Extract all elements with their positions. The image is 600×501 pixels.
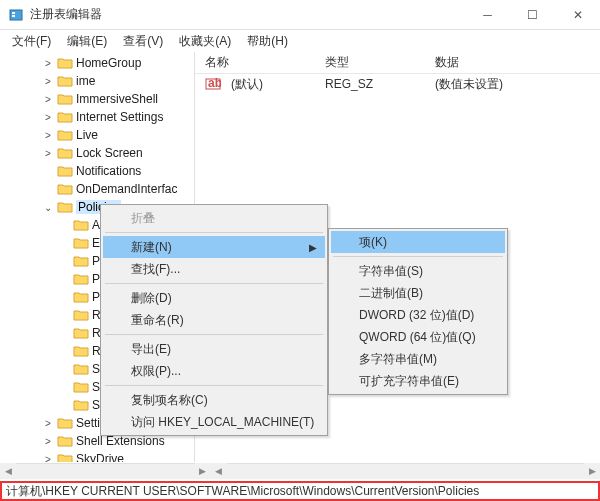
scroll-left-button[interactable]: ◀ — [211, 463, 227, 479]
new-qword[interactable]: QWORD (64 位)值(Q) — [331, 326, 505, 348]
col-data[interactable]: 数据 — [425, 54, 600, 71]
ctx-copy-key-name[interactable]: 复制项名称(C) — [103, 389, 325, 411]
menu-view[interactable]: 查看(V) — [117, 31, 169, 52]
titlebar: 注册表编辑器 ─ ☐ ✕ — [0, 0, 600, 30]
tree-node[interactable]: >Internet Settings — [2, 108, 194, 126]
folder-icon — [73, 398, 89, 412]
tree-node-label: S — [92, 362, 100, 376]
scroll-track[interactable] — [16, 463, 195, 479]
window-title: 注册表编辑器 — [30, 6, 465, 23]
svg-rect-2 — [12, 15, 15, 17]
collapse-icon[interactable]: ⌄ — [42, 202, 54, 213]
tree-node-label: P — [92, 290, 100, 304]
col-name[interactable]: 名称 — [195, 54, 315, 71]
ctx-delete[interactable]: 删除(D) — [103, 287, 325, 309]
new-multi-string[interactable]: 多字符串值(M) — [331, 348, 505, 370]
menu-edit[interactable]: 编辑(E) — [61, 31, 113, 52]
ctx-separator — [105, 232, 323, 233]
folder-icon — [57, 128, 73, 142]
tree-node-label: SkyDrive — [76, 452, 124, 462]
tree-node-label: Notifications — [76, 164, 141, 178]
tree-node-label: S — [92, 380, 100, 394]
ctx-rename[interactable]: 重命名(R) — [103, 309, 325, 331]
new-binary[interactable]: 二进制值(B) — [331, 282, 505, 304]
expand-icon[interactable]: > — [42, 454, 54, 463]
list-header: 名称 类型 数据 — [195, 52, 600, 74]
tree-node[interactable]: >SkyDrive — [2, 450, 194, 462]
scroll-track[interactable] — [227, 463, 584, 479]
ctx-goto-hklm[interactable]: 访问 HKEY_LOCAL_MACHINE(T) — [103, 411, 325, 433]
expand-icon[interactable]: > — [42, 436, 54, 447]
ctx-separator — [105, 385, 323, 386]
tree-node-label: ime — [76, 74, 95, 88]
expand-icon[interactable]: > — [42, 148, 54, 159]
expand-icon[interactable]: > — [42, 94, 54, 105]
folder-icon — [73, 254, 89, 268]
folder-icon — [73, 308, 89, 322]
string-value-icon: ab — [205, 76, 221, 92]
tree-node-label: HomeGroup — [76, 56, 141, 70]
tree-node[interactable]: Notifications — [2, 162, 194, 180]
ctx-export[interactable]: 导出(E) — [103, 338, 325, 360]
tree-node[interactable]: >Live — [2, 126, 194, 144]
statusbar: 计算机\HKEY CURRENT USER\SOFTWARE\Microsoft… — [0, 481, 600, 501]
tree-node[interactable]: OnDemandInterfac — [2, 180, 194, 198]
new-dword[interactable]: DWORD (32 位)值(D) — [331, 304, 505, 326]
menubar: 文件(F) 编辑(E) 查看(V) 收藏夹(A) 帮助(H) — [0, 30, 600, 52]
value-type: REG_SZ — [315, 77, 425, 91]
folder-icon — [57, 74, 73, 88]
scroll-left-button[interactable]: ◀ — [0, 463, 16, 479]
new-key[interactable]: 项(K) — [331, 231, 505, 253]
tree-node-label: S — [92, 398, 100, 412]
new-string[interactable]: 字符串值(S) — [331, 260, 505, 282]
folder-icon — [57, 56, 73, 70]
list-row[interactable]: ab (默认) REG_SZ (数值未设置) — [195, 74, 600, 94]
folder-icon — [57, 110, 73, 124]
ctx-new-label: 新建(N) — [131, 239, 172, 256]
ctx-permissions[interactable]: 权限(P)... — [103, 360, 325, 382]
folder-icon — [73, 236, 89, 250]
expand-icon[interactable]: > — [42, 130, 54, 141]
folder-icon — [57, 164, 73, 178]
maximize-button[interactable]: ☐ — [510, 0, 555, 29]
close-button[interactable]: ✕ — [555, 0, 600, 29]
tree-node-label: P — [92, 254, 100, 268]
expand-icon[interactable]: > — [42, 112, 54, 123]
svg-rect-0 — [10, 10, 22, 20]
tree-node-label: Shell Extensions — [76, 434, 165, 448]
folder-icon — [57, 452, 73, 462]
folder-icon — [57, 182, 73, 196]
new-submenu: 项(K) 字符串值(S) 二进制值(B) DWORD (32 位)值(D) QW… — [328, 228, 508, 395]
new-expand-string[interactable]: 可扩充字符串值(E) — [331, 370, 505, 392]
folder-icon — [57, 416, 73, 430]
scroll-right-button[interactable]: ▶ — [195, 463, 211, 479]
ctx-find[interactable]: 查找(F)... — [103, 258, 325, 280]
submenu-arrow-icon: ▶ — [309, 242, 317, 253]
minimize-button[interactable]: ─ — [465, 0, 510, 29]
expand-icon[interactable]: > — [42, 76, 54, 87]
menu-favorites[interactable]: 收藏夹(A) — [173, 31, 237, 52]
tree-node-label: OnDemandInterfac — [76, 182, 177, 196]
svg-text:ab: ab — [208, 76, 221, 90]
tree-node[interactable]: >Lock Screen — [2, 144, 194, 162]
tree-node-label: Lock Screen — [76, 146, 143, 160]
tree-node[interactable]: >ImmersiveShell — [2, 90, 194, 108]
scroll-right-button[interactable]: ▶ — [584, 463, 600, 479]
ctx-collapse[interactable]: 折叠 — [103, 207, 325, 229]
menu-file[interactable]: 文件(F) — [6, 31, 57, 52]
tree-node[interactable]: >HomeGroup — [2, 54, 194, 72]
context-menu: 折叠 新建(N)▶ 查找(F)... 删除(D) 重命名(R) 导出(E) 权限… — [100, 204, 328, 436]
ctx-new[interactable]: 新建(N)▶ — [103, 236, 325, 258]
tree-node[interactable]: >ime — [2, 72, 194, 90]
folder-icon — [57, 146, 73, 160]
tree-node-label: A — [92, 218, 100, 232]
col-type[interactable]: 类型 — [315, 54, 425, 71]
expand-icon[interactable]: > — [42, 58, 54, 69]
folder-icon — [73, 218, 89, 232]
expand-icon[interactable]: > — [42, 418, 54, 429]
tree-node-label: Live — [76, 128, 98, 142]
folder-icon — [73, 290, 89, 304]
horizontal-scrollbar[interactable]: ◀ ▶ ◀ ▶ — [0, 463, 600, 479]
tree-node-label: ImmersiveShell — [76, 92, 158, 106]
menu-help[interactable]: 帮助(H) — [241, 31, 294, 52]
